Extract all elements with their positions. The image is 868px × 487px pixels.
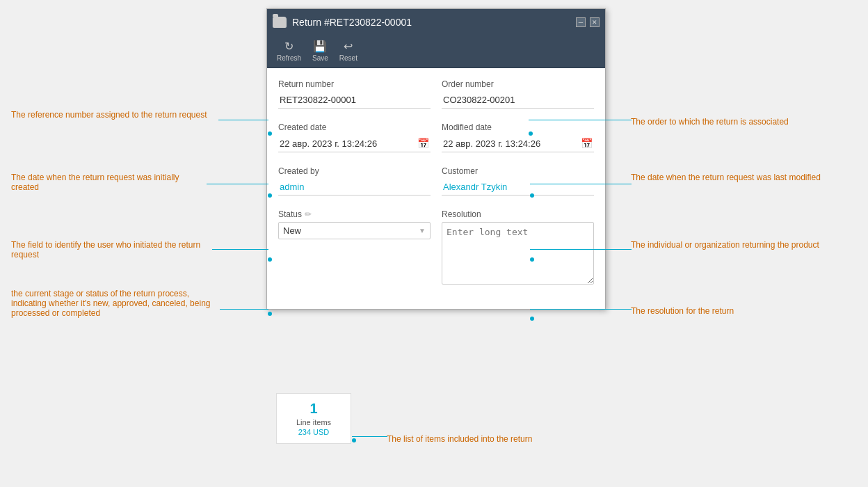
order-number-field: Order number	[442, 79, 594, 109]
created-date-label: Created date	[278, 122, 431, 132]
line-items-annotation: The list of items included into the retu…	[387, 434, 595, 444]
line-items-label: Line items	[282, 418, 345, 426]
modified-date-calendar-icon[interactable]: 📅	[581, 138, 593, 149]
window-toolbar: ↻ Refresh 💾 Save ↩ Reset	[267, 35, 605, 68]
line-items-count: 1	[282, 401, 345, 417]
created-by-field: Created by admin	[278, 166, 431, 195]
order-number-input[interactable]	[442, 92, 594, 109]
save-button[interactable]: 💾 Save	[308, 38, 332, 63]
reset-button[interactable]: ↩ Reset	[335, 38, 362, 63]
row-status-resolution: Status ✏ New Approved Canceled Processin…	[278, 209, 594, 287]
modified-date-field: Modified date 📅	[442, 122, 594, 152]
row-return-order: Return number Order number	[278, 79, 594, 109]
status-label-row: Status ✏	[278, 209, 431, 219]
created-date-connector	[207, 184, 268, 184]
refresh-label: Refresh	[277, 54, 301, 62]
created-date-input[interactable]	[280, 138, 417, 149]
modified-date-label: Modified date	[442, 122, 594, 132]
line-items-dot	[352, 438, 356, 442]
return-number-input[interactable]	[278, 92, 431, 109]
customer-connector	[530, 249, 632, 250]
return-number-connector	[218, 120, 268, 120]
resolution-annotation: The resolution for the return	[631, 306, 839, 316]
return-number-label: Return number	[278, 79, 431, 89]
modified-date-input-wrap: 📅	[442, 135, 594, 152]
window-title: Return #RET230822-00001	[292, 17, 412, 28]
status-annotation: the current stage or status of the retur…	[11, 289, 220, 318]
return-window: Return #RET230822-00001 ─ ✕ ↻ Refresh 💾 …	[266, 8, 606, 310]
customer-annotation: The individual or organization returning…	[631, 240, 839, 250]
resolution-dot	[530, 317, 534, 321]
return-number-dot	[268, 131, 272, 136]
created-date-calendar-icon[interactable]: 📅	[417, 138, 429, 149]
reset-icon: ↩	[344, 40, 353, 53]
row-dates: Created date 📅 Modified date 📅	[278, 122, 594, 152]
customer-value[interactable]: Alexandr Tzykin	[442, 179, 594, 195]
status-connector	[220, 309, 268, 310]
modified-date-connector	[530, 184, 632, 184]
resolution-field: Resolution	[442, 209, 594, 287]
status-field: Status ✏ New Approved Canceled Processin…	[278, 209, 431, 287]
modified-date-annotation: The date when the return request was las…	[631, 173, 833, 182]
created-by-value[interactable]: admin	[278, 179, 431, 195]
order-number-annotation: The order to which the return is associa…	[631, 117, 839, 127]
created-date-field: Created date 📅	[278, 122, 431, 152]
created-by-connector	[212, 249, 268, 250]
return-number-annotation: The reference number assigned to the ret…	[11, 110, 220, 120]
created-date-input-wrap: 📅	[278, 135, 431, 152]
line-items-connector	[352, 436, 387, 437]
status-select[interactable]: New Approved Canceled Processing Complet…	[283, 225, 419, 236]
minimize-button[interactable]: ─	[576, 17, 586, 27]
return-number-field: Return number	[278, 79, 431, 109]
line-items-card[interactable]: 1 Line items 234 USD	[276, 393, 351, 444]
save-icon: 💾	[313, 40, 327, 53]
window-titlebar: Return #RET230822-00001 ─ ✕	[267, 9, 605, 35]
modified-date-dot	[530, 193, 534, 198]
status-dot	[268, 312, 272, 316]
row-created-customer: Created by admin Customer Alexandr Tzyki…	[278, 166, 594, 195]
created-date-dot	[268, 193, 272, 198]
customer-dot	[530, 257, 534, 262]
status-select-wrap: New Approved Canceled Processing Complet…	[278, 222, 431, 239]
window-controls: ─ ✕	[576, 17, 600, 27]
line-items-amount: 234 USD	[282, 428, 345, 436]
refresh-button[interactable]: ↻ Refresh	[273, 38, 305, 63]
customer-label: Customer	[442, 166, 594, 176]
status-select-arrow-icon: ▼	[419, 227, 426, 234]
order-number-dot	[529, 131, 533, 136]
refresh-icon: ↻	[284, 40, 294, 53]
resolution-connector	[530, 309, 632, 310]
created-by-annotation: The field to identify the user who initi…	[11, 240, 213, 260]
reset-label: Reset	[339, 54, 357, 62]
status-edit-icon[interactable]: ✏	[305, 209, 312, 219]
created-by-dot	[268, 257, 272, 262]
order-number-label: Order number	[442, 79, 594, 89]
form-content: Return number Order number Created date …	[267, 68, 605, 309]
created-by-label: Created by	[278, 166, 431, 176]
window-title-left: Return #RET230822-00001	[273, 17, 412, 28]
close-button[interactable]: ✕	[590, 17, 600, 27]
created-date-annotation: The date when the return request was ini…	[11, 173, 206, 192]
folder-icon	[273, 17, 287, 28]
modified-date-input[interactable]	[443, 138, 581, 149]
save-label: Save	[312, 54, 328, 62]
customer-field: Customer Alexandr Tzykin	[442, 166, 594, 195]
resolution-textarea[interactable]	[442, 222, 594, 285]
resolution-label: Resolution	[442, 209, 594, 219]
order-number-connector	[529, 120, 632, 120]
status-label: Status	[278, 209, 302, 219]
